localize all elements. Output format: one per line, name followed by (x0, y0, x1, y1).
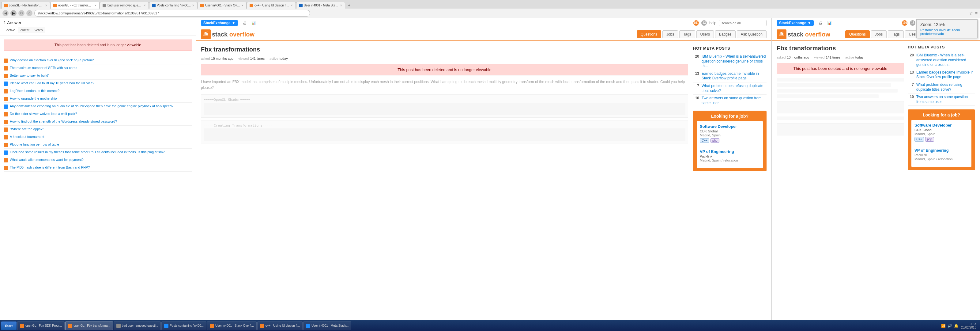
tab-close-icon[interactable]: ✕ (144, 4, 146, 7)
job-title[interactable]: Software Developer (700, 124, 760, 129)
inbox-badge-right[interactable]: 191 (902, 20, 907, 26)
tab-cpp[interactable]: c++ - Using UI design fil... ✕ (247, 2, 296, 9)
se-logo[interactable]: StackExchange ▼ (201, 20, 238, 26)
hot-meta-link[interactable]: Earned badges became Invisible in Stack … (702, 71, 767, 81)
question-link[interactable]: The MD5 hash value is different from Bas… (10, 165, 90, 169)
job-tag-cpp[interactable]: C++ (700, 138, 709, 143)
tab-bad-user[interactable]: bad user removed questi... ✕ (100, 2, 149, 9)
questions-button[interactable]: Questions (637, 30, 661, 38)
zoom-reset[interactable]: Restablecer nivel de zoom predeterminado (920, 28, 974, 35)
tab-posts[interactable]: Posts containing 'in400... ✕ (149, 2, 197, 9)
right-job-title-0[interactable]: Software Developer (915, 123, 968, 128)
taskbar-btn-t3[interactable]: bad user removed questi... (114, 321, 161, 330)
job-title[interactable]: VP of Engineering (700, 149, 760, 154)
forward-button[interactable]: ▶ (10, 10, 16, 16)
jobs-btn-right[interactable]: Jobs (871, 30, 886, 38)
question-link[interactable]: The maximum number of SETs with six card… (10, 66, 77, 70)
help-link[interactable]: help (709, 21, 716, 25)
ask-question-button[interactable]: Ask Question (737, 30, 767, 38)
r-hot-link-0[interactable]: IBM Bluemix - When is a self-answered qu… (916, 53, 975, 67)
inbox-badge[interactable]: 191 (694, 20, 699, 26)
tab-oldest[interactable]: oldest (18, 27, 32, 33)
tab-close-icon[interactable]: ✕ (45, 4, 48, 7)
speaker-icon[interactable]: 🔊 (948, 324, 952, 328)
print-icon-right[interactable]: 🖨 (819, 21, 822, 25)
question-link[interactable]: How to upgrade the mothership (10, 96, 57, 101)
se-logo-right[interactable]: StackExchange ▼ (776, 20, 814, 26)
taskbar-btn-t7[interactable]: User in4001 - Meta Stack... (303, 321, 351, 330)
tab-user-so[interactable]: User in4001 - Stack Overfl... ✕ (197, 2, 247, 9)
clock-time: 9:57 (970, 322, 976, 326)
tab-fbx-active[interactable]: openGL - Fbx transforma... ✕ (51, 2, 100, 9)
question-link[interactable]: Any downsides to exporting an audio file… (10, 104, 173, 108)
question-link[interactable]: "Where are the apps?" (10, 127, 44, 131)
rep-badge[interactable]: 13 (701, 20, 707, 26)
question-link[interactable]: A knockout tournament (10, 134, 45, 139)
tab-fbx-sdk1[interactable]: openGL - Fbx transforma... ✕ (1, 2, 50, 9)
question-link[interactable]: How to find out the strength of the Word… (10, 119, 117, 123)
reload-button[interactable]: ↻ (18, 10, 24, 16)
home-button[interactable]: ⌂ (26, 10, 32, 16)
print-icon[interactable]: 🖨 (243, 21, 247, 25)
network-icon[interactable]: 📶 (941, 324, 946, 328)
hot-meta-link[interactable]: Two answers on same question from same u… (702, 96, 767, 106)
users-button[interactable]: Users (697, 30, 714, 38)
tab-user-meta[interactable]: User in4001 - Meta Stack... ✕ (296, 2, 345, 9)
job-tag-php[interactable]: php (711, 138, 719, 143)
right-job-tag-cpp[interactable]: C++ (915, 137, 924, 142)
so-favicon (4, 120, 8, 124)
asked-label-r: asked (776, 56, 786, 59)
question-link[interactable]: Please what can I do to lift my 10 years… (10, 81, 94, 85)
start-button[interactable]: Start (1, 321, 16, 330)
settings-icon[interactable]: ≡ (975, 11, 978, 16)
notification-icon[interactable]: 🔔 (954, 324, 959, 328)
question-link[interactable]: I included some results in my theses tha… (10, 150, 165, 154)
chart-icon[interactable]: 📊 (251, 21, 256, 25)
address-box[interactable]: stackoverflow.com/questions/29496325/fbx… (34, 10, 310, 16)
tags-button[interactable]: Tags (679, 30, 695, 38)
tab-close-icon[interactable]: ✕ (94, 4, 97, 7)
right-job-tag-php[interactable]: php (925, 137, 934, 142)
question-link[interactable]: Plot one function per row of table (10, 142, 59, 147)
questions-btn-right[interactable]: Questions (845, 30, 870, 38)
bookmark-icon[interactable]: ☆ (969, 11, 973, 16)
job-location: Madrid, Spain / relocation (700, 158, 760, 162)
tab-close-icon[interactable]: ✕ (192, 4, 194, 7)
taskbar-btn-t4[interactable]: Posts containing 'in400... (161, 321, 207, 330)
hot-meta-link[interactable]: What problem does refusing duplicate tit… (702, 84, 767, 93)
question-link[interactable]: I agRhee London. Is this correct? (10, 89, 59, 93)
list-item: Any downsides to exporting an audio file… (4, 103, 192, 110)
tab-close-icon[interactable]: ✕ (291, 4, 293, 7)
tab-close-icon[interactable]: ✕ (241, 4, 244, 7)
se-search-input[interactable] (719, 20, 767, 26)
question-link[interactable]: Why doesn't an electron ever fill (and s… (10, 58, 94, 62)
right-question-meta: asked 10 months ago viewed 141 times act… (776, 56, 904, 59)
chevron-down-icon: ▼ (232, 21, 235, 25)
tab-votes[interactable]: votes (32, 27, 45, 33)
taskbar-btn-t2[interactable]: openGL - Fbx transforma... (65, 321, 113, 330)
hot-meta-link[interactable]: IBM Bluemix - When is a self-answered qu… (702, 54, 767, 69)
question-link[interactable]: Better way to say 'to build' (10, 73, 49, 78)
rep-badge-right[interactable]: 13 (910, 20, 915, 26)
right-job-title-1[interactable]: VP of Engineering (915, 148, 968, 153)
chart-icon-right[interactable]: 📊 (827, 21, 832, 25)
taskbar-btn-t5[interactable]: User in4001 - Stack Overfl... (207, 321, 257, 330)
question-link[interactable]: What would alien mercenaries want for pa… (10, 158, 84, 162)
so-taskbar-icon-6 (260, 324, 264, 328)
r-hot-link-1[interactable]: Earned badges became Invisible in Stack … (916, 70, 975, 80)
badges-button[interactable]: Badges (715, 30, 736, 38)
r-hot-link-3[interactable]: Two answers on same question from same u… (916, 95, 975, 104)
r-hot-link-2[interactable]: What problem does refusing duplicate tit… (916, 82, 975, 92)
jobs-button[interactable]: Jobs (662, 30, 678, 38)
svg-rect-7 (780, 32, 783, 34)
taskbar-btn-t1[interactable]: openGL - Fbx SDK Progr... (17, 321, 65, 330)
tags-btn-right[interactable]: Tags (888, 30, 904, 38)
question-link[interactable]: Do the older slower wolves lead a wolf p… (10, 112, 77, 116)
tab-active[interactable]: active (4, 27, 18, 33)
tab-close-icon[interactable]: ✕ (340, 4, 342, 7)
taskbar-btn-t6[interactable]: c++ - Using UI design fi... (257, 321, 302, 330)
so-logo-right[interactable]: stack overflow (776, 29, 830, 39)
so-logo[interactable]: stack overflow (201, 29, 255, 39)
new-tab-button[interactable]: + (345, 2, 353, 9)
back-button[interactable]: ◀ (2, 10, 9, 16)
